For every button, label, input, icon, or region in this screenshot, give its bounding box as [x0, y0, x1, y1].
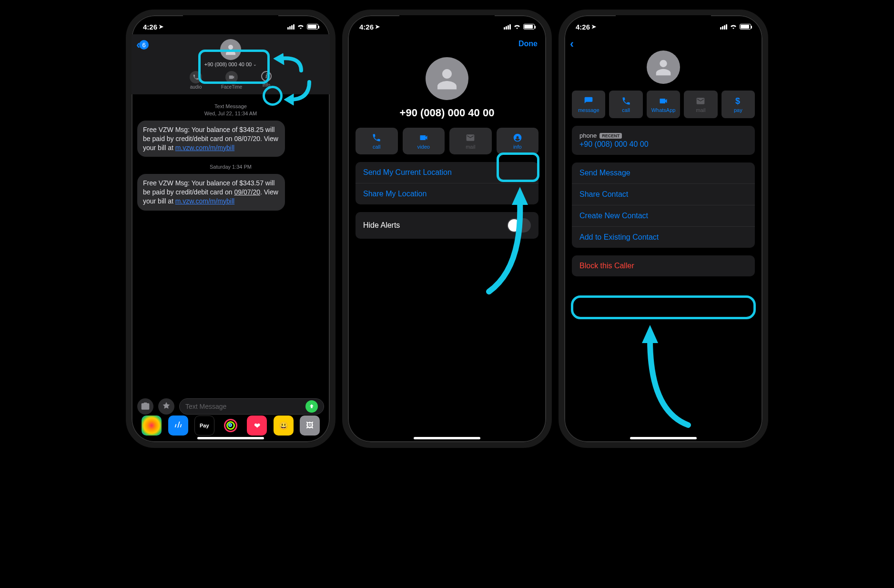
svg-marker-0	[274, 53, 284, 65]
message-link[interactable]: m.vzw.com/m/mybill	[175, 197, 234, 205]
status-time: 4:26	[359, 23, 374, 31]
message-timestamp: Saturday 1:34 PM	[137, 163, 324, 171]
send-button[interactable]	[305, 400, 318, 413]
message-input[interactable]: Text Message	[179, 398, 324, 415]
annotation-arrow-avatar	[273, 51, 306, 77]
annotation-highlight-block	[571, 295, 756, 319]
appstore-app-icon[interactable]	[168, 416, 188, 436]
annotation-highlight-info	[497, 152, 539, 182]
call-button[interactable]: call	[609, 91, 642, 118]
annotation-arrow-info	[475, 182, 537, 303]
cellular-icon	[287, 24, 295, 30]
wifi-icon	[730, 23, 737, 30]
home-indicator[interactable]	[197, 437, 264, 439]
unread-badge: 6	[139, 40, 149, 50]
mail-label: mail	[466, 144, 475, 150]
apple-pay-icon[interactable]: Pay	[194, 416, 214, 436]
app-icon-generic[interactable]: 🖼	[300, 416, 320, 436]
conversation-header: ‹ 6 +90 (008) 000 40 00 ⌄ audio	[132, 34, 330, 94]
annotation-arrow-info	[283, 78, 316, 109]
done-button[interactable]: Done	[518, 40, 538, 48]
call-label: call	[373, 144, 381, 150]
recent-badge: RECENT	[599, 133, 622, 139]
message-link[interactable]: m.vzw.com/m/mybill	[175, 144, 234, 152]
photos-app-icon[interactable]	[142, 416, 162, 436]
call-button[interactable]: call	[356, 128, 398, 154]
cellular-icon	[504, 24, 511, 30]
location-icon: ➤	[591, 23, 596, 30]
status-time: 4:26	[143, 23, 157, 31]
phone-field[interactable]: phone RECENT +90 (008) 000 40 00	[572, 126, 755, 155]
back-button[interactable]: ‹	[570, 37, 574, 51]
whatsapp-label: WhatsApp	[651, 107, 676, 113]
pay-button[interactable]: $ pay	[721, 91, 755, 118]
share-contact-button[interactable]: Share Contact	[572, 183, 755, 205]
location-icon: ➤	[375, 23, 380, 30]
message-date-detector[interactable]: 09/07/20	[234, 188, 260, 196]
message-label: message	[578, 107, 599, 113]
notch	[183, 15, 278, 29]
location-icon: ➤	[159, 23, 163, 30]
create-contact-button[interactable]: Create New Contact	[572, 205, 755, 226]
info-label: info	[513, 144, 522, 150]
mail-button: mail	[449, 128, 492, 154]
wifi-icon	[513, 23, 521, 30]
activity-app-icon[interactable]	[221, 416, 241, 436]
app-suggestion-bar: Pay ❤ 😃 🖼	[132, 414, 330, 437]
add-existing-contact-button[interactable]: Add to Existing Contact	[572, 226, 755, 248]
contact-number: +90 (008) 000 40 00	[348, 107, 546, 119]
mail-button: mail	[684, 91, 717, 118]
svg-marker-1	[284, 94, 294, 105]
phone-conversation-details: 4:26 ➤ Done +90 (008) 000 40 00 call vid…	[342, 10, 552, 448]
message-bubble[interactable]: Free VZW Msg: Your balance of $348.25 wi…	[137, 121, 285, 157]
messages-list[interactable]: Text Message Wed, Jul 22, 11:34 AM Free …	[132, 94, 330, 211]
contact-info-button[interactable]: info	[497, 128, 539, 154]
svg-marker-2	[512, 187, 528, 205]
audio-label: audio	[190, 84, 202, 90]
facetime-label: FaceTime	[221, 84, 242, 90]
contact-avatar	[426, 57, 468, 100]
video-label: video	[417, 144, 430, 150]
battery-icon	[740, 24, 751, 30]
message-bubble[interactable]: Free VZW Msg: Your balance of $343.57 wi…	[137, 174, 285, 211]
memoji-app-icon[interactable]: 😃	[274, 416, 294, 436]
svg-text:$: $	[735, 96, 740, 106]
annotation-highlight-avatar	[198, 50, 270, 84]
call-label: call	[622, 107, 630, 113]
battery-icon	[307, 24, 318, 30]
block-caller-button[interactable]: Block this Caller	[572, 255, 755, 276]
annotation-highlight-info	[263, 86, 283, 106]
camera-button[interactable]	[137, 398, 153, 415]
notch	[616, 15, 711, 29]
whatsapp-button[interactable]: WhatsApp	[647, 91, 680, 118]
send-message-button[interactable]: Send Message	[572, 162, 755, 183]
phone-field-label: phone	[579, 132, 597, 139]
contact-avatar	[647, 51, 680, 84]
message-button[interactable]: message	[572, 91, 605, 118]
battery-icon	[523, 24, 535, 30]
app-icon-pink[interactable]: ❤	[247, 416, 267, 436]
message-placeholder: Text Message	[185, 403, 226, 410]
pay-label: pay	[734, 107, 742, 113]
video-button[interactable]: video	[403, 128, 445, 154]
wifi-icon	[297, 23, 305, 30]
cellular-icon	[720, 24, 727, 30]
notch	[399, 15, 495, 29]
home-indicator[interactable]	[630, 437, 697, 439]
status-time: 4:26	[576, 23, 590, 31]
mail-label: mail	[696, 107, 705, 113]
annotation-arrow-block	[621, 320, 698, 436]
phone-contact-card: 4:26 ➤ ‹ message call Whats	[559, 10, 768, 448]
apps-button[interactable]	[158, 398, 174, 415]
home-indicator[interactable]	[414, 437, 480, 439]
hide-alerts-label: Hide Alerts	[363, 221, 400, 230]
svg-marker-4	[642, 325, 658, 343]
phone-number: +90 (008) 000 40 00	[579, 140, 747, 149]
phone-messages-conversation: 4:26 ➤ ‹ 6 +90 (008) 000 40 00 ⌄	[126, 10, 335, 448]
